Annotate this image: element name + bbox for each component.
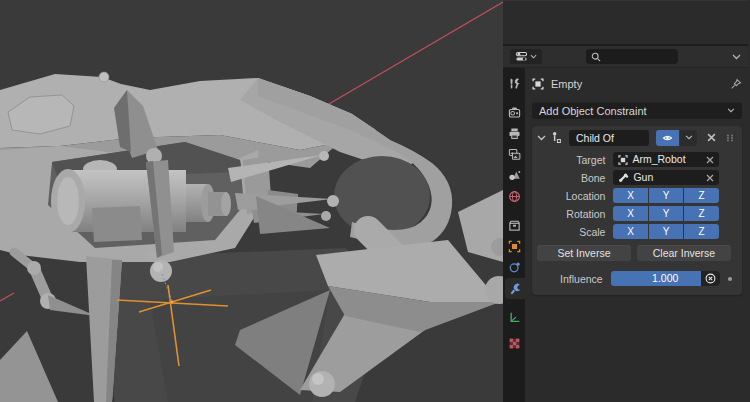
constraint-panel-header: Child Of [532, 126, 742, 149]
grip-dots-icon [726, 134, 735, 142]
target-value: Arm_Robot [632, 152, 701, 167]
constraint-wrench-icon [509, 282, 522, 295]
scale-z-toggle[interactable]: Z [684, 224, 718, 239]
tab-collection-properties[interactable] [503, 215, 525, 236]
globe-icon [508, 190, 521, 203]
tool-icon [508, 77, 521, 90]
chevron-down-icon [732, 54, 741, 60]
location-y-toggle[interactable]: Y [649, 188, 683, 203]
animate-property-dot[interactable] [728, 277, 732, 281]
bone-row: Bone Gun [532, 170, 742, 185]
tab-tool-properties[interactable] [503, 73, 525, 94]
search-icon [591, 52, 601, 62]
right-editor-column: Empty Add Object Constraint [503, 0, 748, 402]
close-icon [707, 133, 716, 142]
scale-row: Scale X Y Z [532, 224, 742, 239]
target-object-field[interactable]: Arm_Robot [613, 152, 718, 167]
inverse-buttons-row: Set Inverse Clear Inverse [532, 245, 742, 261]
properties-header [503, 46, 748, 68]
active-object-name: Empty [551, 78, 582, 90]
camera-back-icon [508, 106, 521, 119]
3d-viewport[interactable] [0, 0, 503, 402]
location-row: Location X Y Z [532, 188, 742, 203]
chevron-down-icon [530, 54, 537, 59]
empty-object-icon [532, 78, 544, 90]
constraint-name-field[interactable]: Child Of [569, 130, 649, 146]
influence-slider[interactable]: 1.000 [611, 271, 720, 286]
object-brackets-icon [508, 240, 521, 253]
rotation-x-toggle[interactable]: X [613, 206, 647, 221]
properties-tab-strip [503, 68, 525, 402]
printer-icon [508, 127, 521, 140]
drag-handle[interactable] [726, 134, 735, 142]
bone-label: Bone [532, 172, 613, 184]
clear-bone-icon[interactable] [706, 174, 714, 182]
chevron-down-icon [685, 135, 693, 140]
child-of-constraint-icon [550, 131, 563, 144]
add-constraint-label: Add Object Constraint [539, 105, 647, 117]
influence-row: Influence 1.000 [532, 271, 742, 286]
bone-icon [618, 172, 629, 183]
tab-physics-properties[interactable] [503, 257, 525, 278]
chevron-down-icon [727, 108, 735, 113]
tab-view-layer-properties[interactable] [503, 144, 525, 165]
pin-icon [730, 78, 742, 90]
search-input[interactable] [605, 51, 673, 62]
child-of-constraint-panel: Child Of [532, 126, 742, 295]
viewport-canvas[interactable] [0, 0, 503, 402]
tab-render-properties[interactable] [503, 102, 525, 123]
tab-texture-properties[interactable] [503, 333, 525, 354]
scale-y-toggle[interactable]: Y [649, 224, 683, 239]
constraint-extras-menu[interactable] [680, 130, 697, 146]
rotation-label: Rotation [532, 208, 613, 220]
tab-object-properties[interactable] [503, 236, 525, 257]
target-label: Target [532, 154, 613, 166]
rotation-row: Rotation X Y Z [532, 206, 742, 221]
tab-output-properties[interactable] [503, 123, 525, 144]
box-icon [508, 219, 521, 232]
delete-constraint-button[interactable] [707, 133, 716, 142]
checker-texture-icon [508, 337, 521, 350]
clear-inverse-button[interactable]: Clear Inverse [637, 245, 731, 261]
breadcrumb: Empty [532, 75, 742, 92]
influence-clear-button[interactable] [701, 271, 720, 286]
tab-scene-properties[interactable] [503, 165, 525, 186]
blender-window: Empty Add Object Constraint [0, 0, 750, 402]
location-label: Location [532, 190, 613, 202]
circle-x-icon [705, 273, 716, 284]
cone-sphere-icon [508, 169, 521, 182]
properties-editor: Empty Add Object Constraint [503, 46, 748, 402]
add-object-constraint-button[interactable]: Add Object Constraint [532, 102, 742, 119]
search-box[interactable] [586, 49, 678, 64]
bone-value: Gun [633, 170, 701, 185]
tab-world-properties[interactable] [503, 186, 525, 207]
empty-axes-icon [508, 311, 521, 324]
rotation-y-toggle[interactable]: Y [649, 206, 683, 221]
location-x-toggle[interactable]: X [613, 188, 647, 203]
expand-chevron-icon[interactable] [537, 135, 546, 141]
photos-icon [508, 148, 521, 161]
scale-label: Scale [532, 226, 613, 238]
tab-object-constraint-properties[interactable] [505, 278, 525, 299]
filter-options-button[interactable] [732, 54, 741, 60]
influence-label: Influence [532, 273, 611, 285]
properties-content: Empty Add Object Constraint [525, 68, 748, 402]
tab-object-data-properties[interactable] [503, 307, 525, 328]
pin-id-button[interactable] [730, 78, 742, 90]
clear-target-icon[interactable] [706, 156, 714, 164]
bone-field[interactable]: Gun [613, 170, 718, 185]
physics-orbit-icon [508, 261, 521, 274]
object-icon [618, 155, 628, 165]
location-z-toggle[interactable]: Z [684, 188, 718, 203]
constraint-enable-toggle[interactable] [656, 130, 679, 146]
outliner-area-bottom [503, 0, 748, 46]
scale-x-toggle[interactable]: X [613, 224, 647, 239]
rotation-z-toggle[interactable]: Z [684, 206, 718, 221]
target-row: Target Arm_Robot [532, 152, 742, 167]
editor-type-button[interactable] [510, 49, 542, 64]
eye-icon [662, 134, 673, 142]
properties-editor-icon [515, 50, 528, 63]
set-inverse-button[interactable]: Set Inverse [537, 245, 631, 261]
